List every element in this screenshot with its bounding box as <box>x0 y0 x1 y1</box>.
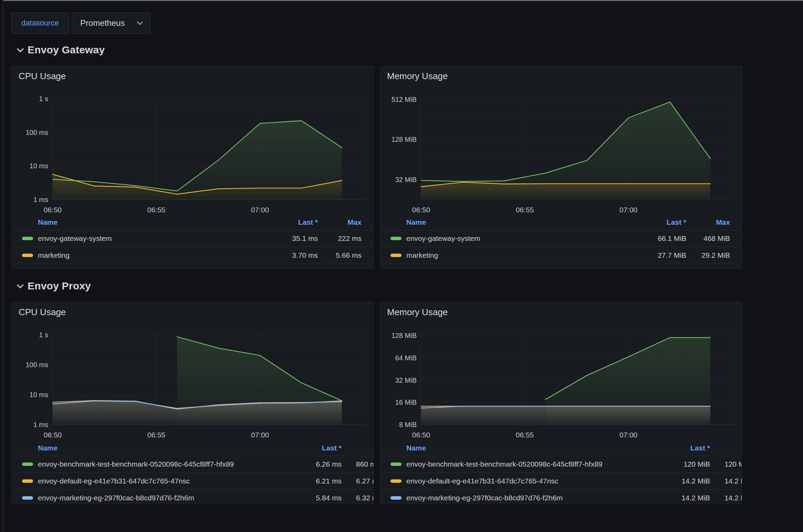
svg-text:10 ms: 10 ms <box>30 162 48 170</box>
legend-series-name[interactable]: envoy-marketing-eg-297f0cac-b8cd97d76-f2… <box>38 494 194 502</box>
legend-last-value: 120 MiB <box>684 460 710 468</box>
legend-max-value: 14.2 MiB <box>724 494 742 502</box>
variable-label-chip: datasource <box>11 12 69 34</box>
legend-header: Name Last * <box>12 440 373 456</box>
legend-series-name[interactable]: envoy-gateway-system <box>406 234 480 243</box>
svg-text:07:00: 07:00 <box>619 206 638 214</box>
legend-series-name[interactable]: envoy-gateway-system <box>38 234 112 243</box>
legend-series-name[interactable]: envoy-marketing-eg-297f0cac-b8cd97d76-f2… <box>406 494 563 502</box>
legend-header: Name Last * Max <box>380 215 742 230</box>
series-color-pill <box>390 479 402 483</box>
timeseries-chart[interactable]: 128 MiB64 MiB32 MiB16 MiB8 MiB06:5006:55… <box>380 302 742 440</box>
panel-title[interactable]: Memory Usage <box>387 71 448 82</box>
svg-text:06:50: 06:50 <box>44 206 62 214</box>
series-color-pill <box>390 496 402 500</box>
legend-last-value: 66.1 MiB <box>658 234 686 243</box>
svg-text:128 MiB: 128 MiB <box>392 136 417 143</box>
legend-last-value: 5.84 ms <box>316 494 342 502</box>
panel-gateway-cpu-usage: 1 s100 ms10 ms1 ms06:5006:5507:00 CPU Us… <box>11 66 374 269</box>
panel-gateway-memory-usage: 512 MiB128 MiB32 MiB06:5006:5507:00 Memo… <box>380 66 742 269</box>
legend-header-name[interactable]: Name <box>38 444 58 452</box>
legend-last-value: 27.7 MiB <box>658 251 686 259</box>
legend-row: envoy-benchmark-test-benchmark-0520098c-… <box>12 456 373 472</box>
panel-title[interactable]: CPU Usage <box>19 71 66 82</box>
svg-text:32 MiB: 32 MiB <box>395 176 417 183</box>
panel-proxy-memory-usage: 128 MiB64 MiB32 MiB16 MiB8 MiB06:5006:55… <box>380 302 742 504</box>
svg-text:1 ms: 1 ms <box>33 421 48 428</box>
legend-max-value: 120 MiB <box>724 460 742 468</box>
legend-last-value: 6.21 ms <box>316 477 342 485</box>
svg-text:16 MiB: 16 MiB <box>395 398 417 406</box>
legend-row: marketing 3.70 ms 5.66 ms <box>12 247 373 264</box>
legend-header-last[interactable]: Last * <box>667 218 686 226</box>
svg-text:07:00: 07:00 <box>619 431 638 439</box>
legend-max-value: 29.2 MiB <box>701 251 730 259</box>
legend-header-name[interactable]: Name <box>38 218 58 226</box>
legend-series-name[interactable]: envoy-default-eg-e41e7b31-647dc7c765-47n… <box>38 477 190 485</box>
legend-header-last[interactable]: Last * <box>322 444 342 452</box>
legend-series-name[interactable]: envoy-default-eg-e41e7b31-647dc7c765-47n… <box>406 477 558 485</box>
legend-row: envoy-benchmark-test-benchmark-0520098c-… <box>380 456 742 472</box>
svg-text:100 ms: 100 ms <box>25 129 48 136</box>
svg-text:06:55: 06:55 <box>516 431 534 439</box>
legend-max-value: 6.27 ms <box>356 477 374 485</box>
legend-last-value: 6.26 ms <box>316 460 342 468</box>
series-color-pill <box>22 237 33 240</box>
legend-last-value: 3.70 ms <box>292 251 318 259</box>
legend-max-value: 5.66 ms <box>336 251 362 259</box>
svg-text:06:50: 06:50 <box>412 431 430 439</box>
legend-max-value: 468 MiB <box>703 234 730 243</box>
svg-text:512 MiB: 512 MiB <box>392 96 417 103</box>
panel-title[interactable]: Memory Usage <box>387 307 448 318</box>
window-top-edge <box>3 0 803 1</box>
svg-text:06:55: 06:55 <box>147 206 166 214</box>
legend-header-name[interactable]: Name <box>406 218 426 226</box>
legend-max-value: 222 ms <box>338 234 362 243</box>
chevron-down-icon <box>17 45 24 52</box>
legend-header-max[interactable]: Max <box>716 218 730 226</box>
series-color-pill <box>22 496 33 500</box>
legend: Name Last * Max envoy-gateway-system 66.… <box>380 215 742 264</box>
legend-row: marketing 27.7 MiB 29.2 MiB <box>380 247 742 264</box>
legend-header-max[interactable]: Max <box>347 218 362 226</box>
chevron-down-icon <box>137 19 143 25</box>
panel-title[interactable]: CPU Usage <box>19 307 66 318</box>
svg-text:1 ms: 1 ms <box>33 196 48 203</box>
legend: Name Last * envoy-benchmark-test-benchma… <box>380 440 742 504</box>
timeseries-chart[interactable]: 1 s100 ms10 ms1 ms06:5006:5507:00 <box>12 66 374 215</box>
legend-last-value: 14.2 MiB <box>681 477 710 485</box>
section-row-envoy-proxy[interactable]: Envoy Proxy <box>18 280 91 292</box>
legend-divider <box>12 264 373 264</box>
panel-proxy-cpu-usage: 1 s100 ms10 ms1 ms06:5006:5507:00 CPU Us… <box>11 302 374 504</box>
series-color-pill <box>390 237 402 240</box>
datasource-value: Prometheus <box>80 18 125 28</box>
legend-header-last[interactable]: Last * <box>298 218 318 226</box>
legend-row: envoy-marketing-eg-297f0cac-b8cd97d76-f2… <box>12 489 373 504</box>
svg-text:1 s: 1 s <box>39 95 48 103</box>
svg-text:128 MiB: 128 MiB <box>392 332 417 339</box>
legend-header-last[interactable]: Last * <box>690 444 710 452</box>
series-color-pill <box>22 479 33 483</box>
legend-series-name[interactable]: envoy-benchmark-test-benchmark-0520098c-… <box>406 460 602 468</box>
legend-series-name[interactable]: envoy-benchmark-test-benchmark-0520098c-… <box>38 460 234 468</box>
series-color-pill <box>390 462 402 466</box>
svg-text:1 s: 1 s <box>39 331 48 339</box>
variable-label: datasource <box>21 19 59 28</box>
svg-text:06:50: 06:50 <box>412 206 430 214</box>
section-row-envoy-gateway[interactable]: Envoy Gateway <box>18 44 105 56</box>
datasource-dropdown[interactable]: Prometheus <box>72 12 150 34</box>
legend-max-value: 860 ms <box>356 460 374 468</box>
series-color-pill <box>390 254 402 257</box>
legend-header-name[interactable]: Name <box>406 444 426 452</box>
section-title: Envoy Gateway <box>28 44 105 56</box>
svg-text:8 MiB: 8 MiB <box>399 421 417 428</box>
legend-row: envoy-default-eg-e41e7b31-647dc7c765-47n… <box>12 472 373 489</box>
legend-last-value: 35.1 ms <box>292 234 318 243</box>
svg-text:100 ms: 100 ms <box>25 361 48 369</box>
legend-series-name[interactable]: marketing <box>38 251 70 259</box>
grafana-dashboard: datasource Prometheus Envoy Gateway 1 s1… <box>0 0 803 532</box>
legend-series-name[interactable]: marketing <box>406 251 438 259</box>
svg-text:06:50: 06:50 <box>44 431 62 439</box>
timeseries-chart[interactable]: 512 MiB128 MiB32 MiB06:5006:5507:00 <box>380 66 742 215</box>
timeseries-chart[interactable]: 1 s100 ms10 ms1 ms06:5006:5507:00 <box>12 302 374 440</box>
